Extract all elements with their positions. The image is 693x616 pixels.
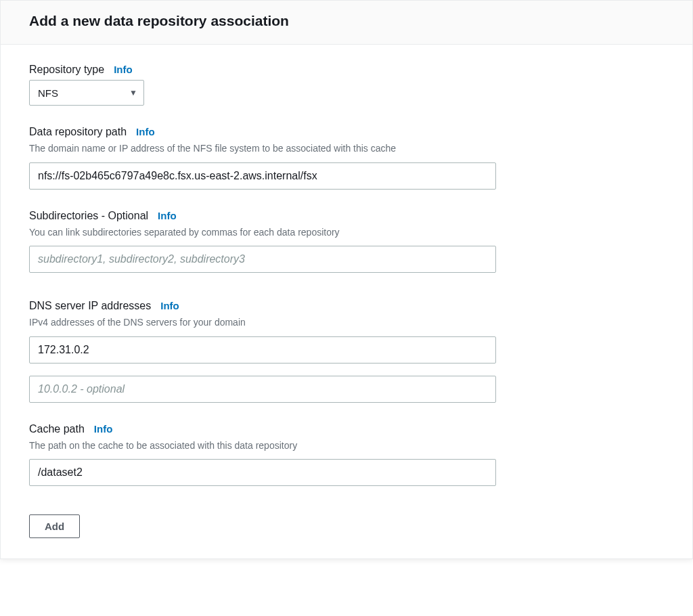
subdirectories-info-link[interactable]: Info bbox=[158, 210, 177, 221]
label-row: Cache path Info bbox=[29, 423, 672, 435]
dns-secondary-field bbox=[29, 376, 672, 403]
data-repository-path-help: The domain name or IP address of the NFS… bbox=[29, 142, 672, 156]
data-repository-path-label: Data repository path bbox=[29, 126, 127, 138]
data-repository-path-input[interactable] bbox=[29, 162, 496, 190]
panel-body: Repository type Info ▼ Data repository p… bbox=[1, 45, 692, 558]
page-title: Add a new data repository association bbox=[29, 13, 672, 29]
dns-servers-label: DNS server IP addresses bbox=[29, 300, 151, 312]
label-row: Repository type Info bbox=[29, 64, 672, 76]
label-row: Subdirectories - Optional Info bbox=[29, 210, 672, 222]
cache-path-input[interactable] bbox=[29, 459, 496, 486]
data-repository-panel: Add a new data repository association Re… bbox=[0, 0, 693, 559]
dns-primary-input[interactable] bbox=[29, 336, 496, 364]
dns-secondary-input[interactable] bbox=[29, 376, 496, 403]
subdirectories-input[interactable] bbox=[29, 246, 496, 273]
dns-servers-info-link[interactable]: Info bbox=[160, 300, 179, 311]
data-repository-path-field: Data repository path Info The domain nam… bbox=[29, 126, 672, 190]
repository-type-select-wrapper: ▼ bbox=[29, 80, 144, 106]
repository-type-field: Repository type Info ▼ bbox=[29, 64, 672, 106]
panel-header: Add a new data repository association bbox=[1, 1, 692, 45]
repository-type-label: Repository type bbox=[29, 64, 104, 76]
data-repository-path-info-link[interactable]: Info bbox=[136, 126, 155, 137]
subdirectories-field: Subdirectories - Optional Info You can l… bbox=[29, 210, 672, 273]
cache-path-help: The path on the cache to be associated w… bbox=[29, 439, 672, 453]
subdirectories-help: You can link subdirectories separated by… bbox=[29, 226, 672, 240]
cache-path-info-link[interactable]: Info bbox=[94, 423, 113, 435]
cache-path-field: Cache path Info The path on the cache to… bbox=[29, 423, 672, 487]
repository-type-info-link[interactable]: Info bbox=[114, 64, 133, 75]
add-button[interactable]: Add bbox=[29, 514, 80, 538]
label-row: Data repository path Info bbox=[29, 126, 672, 138]
repository-type-select[interactable] bbox=[29, 80, 144, 106]
label-row: DNS server IP addresses Info bbox=[29, 300, 672, 312]
subdirectories-label: Subdirectories - Optional bbox=[29, 210, 148, 222]
dns-servers-field: DNS server IP addresses Info IPv4 addres… bbox=[29, 300, 672, 364]
dns-servers-help: IPv4 addresses of the DNS servers for yo… bbox=[29, 316, 672, 330]
cache-path-label: Cache path bbox=[29, 423, 85, 435]
